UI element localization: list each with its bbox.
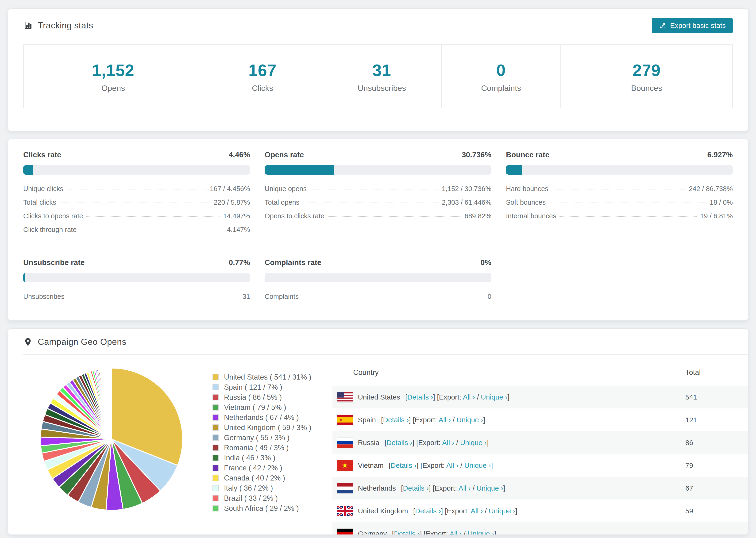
export-all-link[interactable]: All ›: [446, 461, 459, 469]
legend-label: Russia ( 86 / 5% ): [224, 393, 282, 402]
country-table: Country Total United States [Details ›] …: [333, 355, 748, 535]
bar-chart-icon: [23, 21, 33, 30]
pie-legend: United States ( 541 / 31% )Spain ( 121 /…: [212, 372, 311, 513]
legend-swatch: [212, 414, 219, 421]
legend-label: Romania ( 49 / 3% ): [224, 444, 289, 452]
export-unique-link[interactable]: Unique ›: [464, 461, 491, 469]
rate-row-label: Complaints: [265, 293, 298, 300]
rate-row-label: Opens to clicks rate: [265, 212, 324, 220]
dotted-leader: [86, 216, 220, 217]
tracking-stats-card: Tracking stats Export basic stats 1,152O…: [8, 9, 748, 131]
export-all-link[interactable]: All ›: [459, 484, 471, 492]
stat-box: 1,152Opens: [24, 45, 203, 108]
rate-row: Unsubscribes31: [23, 293, 250, 306]
dotted-leader: [80, 230, 224, 230]
legend-label: South Africa ( 29 / 2% ): [224, 504, 299, 512]
rate-row: Complaints0: [265, 293, 491, 306]
rates-grid: Clicks rate4.46%Unique clicks167 / 4.456…: [23, 150, 733, 306]
table-row: Netherlands [Details ›] [Export: All › /…: [333, 477, 748, 500]
details-link[interactable]: Details ›: [387, 439, 412, 447]
rate-row-value: 167 / 4.456%: [210, 185, 250, 193]
table-row: Spain [Details ›] [Export: All › / Uniqu…: [333, 408, 748, 431]
export-unique-link[interactable]: Unique ›: [467, 530, 494, 535]
rate-block: Clicks rate4.46%Unique clicks167 / 4.456…: [23, 150, 250, 240]
export-unique-link[interactable]: Unique ›: [457, 416, 483, 424]
legend-item: Canada ( 40 / 2% ): [212, 473, 311, 483]
export-all-link[interactable]: All ›: [439, 416, 451, 424]
country-name: United Kingdom: [358, 507, 408, 515]
pie-slice: [111, 368, 112, 439]
legend-swatch: [212, 495, 219, 501]
rate-row-value: 220 / 5.87%: [214, 198, 250, 206]
details-link[interactable]: Details ›: [391, 461, 416, 469]
legend-label: Netherlands ( 67 / 4% ): [224, 413, 299, 422]
rate-value: 0%: [481, 258, 491, 267]
details-link[interactable]: Details ›: [403, 484, 429, 492]
legend-label: Germany ( 55 / 3% ): [224, 434, 290, 442]
export-basic-stats-button[interactable]: Export basic stats: [652, 18, 733, 33]
rate-row-value: 2,303 / 61.446%: [442, 198, 491, 206]
dashboard-page: Tracking stats Export basic stats 1,152O…: [0, 0, 756, 535]
details-link[interactable]: Details ›: [407, 393, 433, 401]
export-unique-link[interactable]: Unique ›: [477, 484, 503, 492]
export-unique-link[interactable]: Unique ›: [481, 393, 507, 401]
details-link[interactable]: Details ›: [383, 416, 409, 424]
legend-item: Russia ( 86 / 5% ): [212, 392, 311, 402]
progress-fill: [506, 165, 522, 175]
legend-swatch: [212, 394, 219, 401]
rate-row-label: Internal bounces: [506, 212, 556, 220]
export-all-link[interactable]: All ›: [450, 530, 462, 535]
legend-item: South Africa ( 29 / 2% ): [212, 503, 311, 513]
country-table-rows: United States [Details ›] [Export: All ›…: [333, 386, 748, 535]
dotted-leader: [560, 216, 697, 217]
dotted-leader: [549, 202, 706, 203]
dotted-leader: [328, 216, 461, 217]
header-divider: [23, 40, 733, 40]
rate-value: 4.46%: [229, 150, 250, 159]
legend-item: Brazil ( 33 / 2% ): [212, 493, 311, 503]
country-name: Russia: [358, 439, 379, 447]
rate-value: 0.77%: [229, 258, 250, 267]
progress-track: [23, 165, 250, 175]
rate-block: Opens rate30.736%Unique opens1,152 / 30.…: [265, 150, 491, 240]
stat-label: Bounces: [563, 83, 730, 93]
legend-item: Romania ( 49 / 3% ): [212, 443, 311, 453]
legend-label: France ( 42 / 2% ): [224, 464, 282, 472]
progress-fill: [23, 273, 25, 282]
details-link[interactable]: Details ›: [415, 507, 441, 515]
details-link[interactable]: Details ›: [394, 530, 420, 535]
rate-block: Bounce rate6.927%Hard bounces242 / 86.73…: [506, 150, 733, 240]
rate-title: Complaints rate: [265, 258, 321, 267]
export-unique-link[interactable]: Unique ›: [460, 439, 487, 447]
dotted-leader: [303, 202, 438, 203]
rate-row-value: 0: [488, 293, 491, 300]
legend-swatch: [212, 435, 219, 441]
legend-swatch: [212, 404, 219, 410]
export-all-link[interactable]: All ›: [471, 507, 483, 515]
legend-label: Canada ( 40 / 2% ): [224, 474, 285, 482]
dotted-leader: [68, 297, 239, 297]
tracking-stats-header: Tracking stats Export basic stats: [8, 9, 748, 33]
legend-label: India ( 46 / 3% ): [224, 454, 275, 462]
stat-box: 279Bounces: [561, 45, 732, 108]
dotted-leader: [552, 189, 685, 189]
stat-value: 0: [444, 61, 558, 80]
export-all-link[interactable]: All ›: [463, 393, 475, 401]
rate-row: Unique clicks167 / 4.456%: [23, 185, 250, 198]
rate-value: 30.736%: [462, 150, 491, 159]
column-header-total: Total: [685, 368, 748, 377]
total-value: 67: [685, 484, 748, 492]
export-button-label: Export basic stats: [670, 22, 726, 29]
total-value: 541: [685, 393, 748, 401]
rate-row-value: 18 / 0%: [710, 198, 733, 206]
campaign-geo-opens-card: Campaign Geo Opens United States ( 541 /…: [8, 328, 748, 535]
export-all-link[interactable]: All ›: [442, 439, 454, 447]
legend-swatch: [212, 384, 219, 390]
rate-row: Soft bounces18 / 0%: [506, 198, 733, 212]
legend-item: Italy ( 36 / 2% ): [212, 483, 311, 493]
legend-swatch: [212, 424, 219, 431]
rate-row-value: 4.147%: [227, 226, 250, 234]
export-unique-link[interactable]: Unique ›: [489, 507, 515, 515]
legend-swatch: [212, 455, 219, 461]
rate-title: Bounce rate: [506, 150, 549, 159]
